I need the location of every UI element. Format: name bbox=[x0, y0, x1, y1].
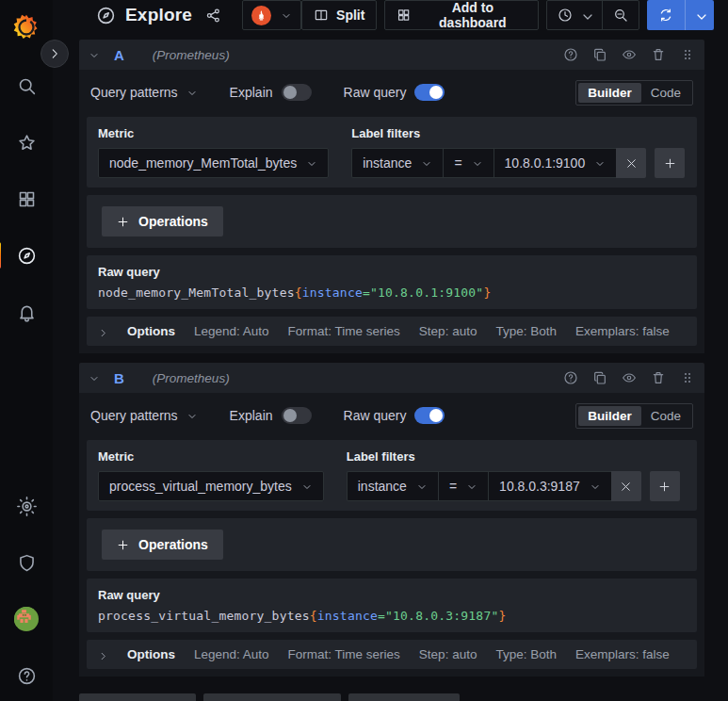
editor-mode-switch: Builder Code bbox=[575, 80, 693, 106]
add-operation-button[interactable]: Operations bbox=[102, 206, 223, 236]
metric-select[interactable]: process_virtual_memory_bytes bbox=[98, 471, 324, 501]
add-operation-button[interactable]: Operations bbox=[102, 530, 223, 560]
raw-equals-token: = bbox=[378, 609, 385, 623]
filter-value-select[interactable]: 10.8.0.1:9100 bbox=[493, 148, 617, 178]
option-exemplars: Exemplars: false bbox=[575, 324, 670, 338]
configuration-gear-icon[interactable] bbox=[8, 490, 45, 522]
operations-label: Operations bbox=[138, 214, 208, 229]
query-history-button[interactable]: Query history bbox=[203, 693, 341, 701]
raw-query-code: node_memory_MemTotal_bytes{instance="10.… bbox=[98, 285, 686, 300]
time-picker-button[interactable] bbox=[547, 1, 602, 29]
server-admin-shield-icon[interactable] bbox=[8, 546, 45, 579]
remove-filter-button[interactable] bbox=[611, 471, 641, 501]
query-b-toolbar: Query patterns Explain Raw query Bu bbox=[87, 399, 697, 432]
disable-query-eye-icon[interactable] bbox=[622, 370, 637, 385]
help-circle-icon[interactable] bbox=[563, 47, 578, 62]
raw-close-brace-token: } bbox=[498, 609, 506, 623]
chevron-down-icon bbox=[466, 481, 477, 492]
metric-value: node_memory_MemTotal_bytes bbox=[109, 155, 297, 171]
filter-value: 10.8.0.1:9100 bbox=[505, 155, 586, 171]
search-icon[interactable] bbox=[8, 70, 45, 102]
label-filters-label: Label filters bbox=[347, 449, 680, 464]
query-patterns-dropdown[interactable]: Query patterns bbox=[90, 408, 198, 423]
raw-value-token: "10.8.0.3:9187" bbox=[385, 609, 498, 623]
chevron-down-icon bbox=[416, 481, 428, 492]
datasource-picker[interactable] bbox=[242, 0, 301, 30]
query-datasource-hint: (Prometheus) bbox=[153, 48, 230, 62]
explain-toggle[interactable] bbox=[282, 84, 312, 101]
run-query-options-button[interactable] bbox=[685, 0, 714, 30]
disable-query-eye-icon[interactable] bbox=[622, 47, 637, 62]
raw-query-title: Raw query bbox=[98, 265, 686, 279]
user-avatar[interactable] bbox=[8, 603, 45, 635]
options-collapsed-row[interactable]: Options Legend: Auto Format: Time series… bbox=[87, 640, 697, 669]
query-ref-id: B bbox=[114, 370, 124, 386]
remove-filter-button[interactable] bbox=[616, 148, 646, 178]
metric-field: Metric node_memory_MemTotal_bytes bbox=[98, 126, 329, 178]
query-b-body: Query patterns Explain Raw query Bu bbox=[79, 393, 704, 677]
option-exemplars: Exemplars: false bbox=[575, 647, 670, 661]
page-title: Explore bbox=[125, 5, 192, 25]
query-b-builder: Metric process_virtual_memory_bytes Labe… bbox=[87, 440, 697, 511]
starred-icon[interactable] bbox=[8, 126, 45, 158]
help-circle-icon[interactable] bbox=[563, 370, 578, 385]
filter-operator-select[interactable]: = bbox=[438, 471, 488, 501]
add-to-dashboard-button[interactable]: Add to dashboard bbox=[384, 0, 539, 30]
options-collapsed-row[interactable]: Options Legend: Auto Format: Time series… bbox=[87, 317, 697, 346]
builder-mode-button[interactable]: Builder bbox=[578, 83, 641, 103]
remove-query-trash-icon[interactable] bbox=[651, 47, 666, 62]
option-type: Type: Both bbox=[495, 647, 557, 661]
zoom-out-time-button[interactable] bbox=[602, 1, 639, 29]
duplicate-query-icon[interactable] bbox=[592, 47, 607, 62]
duplicate-query-icon[interactable] bbox=[592, 370, 607, 385]
add-filter-button[interactable] bbox=[650, 471, 680, 501]
code-mode-button[interactable]: Code bbox=[641, 406, 690, 426]
raw-query-toggle[interactable] bbox=[414, 84, 445, 101]
split-label: Split bbox=[336, 8, 364, 23]
chevron-down-icon bbox=[306, 157, 317, 169]
explore-icon[interactable] bbox=[8, 239, 45, 271]
drag-handle-icon[interactable] bbox=[680, 370, 695, 385]
grafana-logo-icon[interactable] bbox=[12, 13, 40, 41]
raw-query-title: Raw query bbox=[98, 588, 686, 602]
add-query-button[interactable]: Add query bbox=[79, 693, 196, 701]
share-icon[interactable] bbox=[205, 8, 221, 24]
inspector-button[interactable]: Inspector bbox=[348, 693, 460, 701]
explore-footer-actions: Add query Query history Inspector bbox=[79, 693, 704, 701]
remove-query-trash-icon[interactable] bbox=[651, 370, 666, 385]
query-a-body: Query patterns Explain Raw query Bu bbox=[79, 70, 704, 353]
builder-mode-button[interactable]: Builder bbox=[578, 406, 641, 426]
query-row-b: B (Prometheus) Query patterns bbox=[79, 363, 704, 677]
chevron-down-icon bbox=[421, 157, 432, 169]
collapse-chevron-icon[interactable] bbox=[89, 372, 100, 383]
collapse-chevron-icon[interactable] bbox=[89, 49, 100, 60]
alerting-bell-icon[interactable] bbox=[8, 296, 45, 328]
metric-select[interactable]: node_memory_MemTotal_bytes bbox=[98, 148, 329, 178]
query-patterns-dropdown[interactable]: Query patterns bbox=[90, 85, 198, 100]
filter-value-select[interactable]: 10.8.0.3:9187 bbox=[488, 471, 611, 501]
filter-operator-select[interactable]: = bbox=[443, 148, 493, 178]
dashboards-icon[interactable] bbox=[8, 183, 45, 215]
code-mode-button[interactable]: Code bbox=[641, 83, 690, 103]
help-icon[interactable] bbox=[8, 660, 45, 692]
raw-query-toggle[interactable] bbox=[414, 407, 445, 424]
filter-operator-value: = bbox=[449, 479, 457, 494]
sidebar-expand-button[interactable] bbox=[40, 40, 69, 68]
filter-label-select[interactable]: instance bbox=[351, 148, 443, 178]
split-button[interactable]: Split bbox=[301, 0, 377, 30]
raw-query-code: process_virtual_memory_bytes{instance="1… bbox=[98, 609, 686, 623]
metric-value: process_virtual_memory_bytes bbox=[109, 479, 292, 494]
query-b-header[interactable]: B (Prometheus) bbox=[79, 363, 704, 393]
filter-label-select[interactable]: instance bbox=[347, 471, 438, 501]
run-query-button[interactable] bbox=[647, 0, 685, 30]
sidebar-nav-bottom bbox=[8, 490, 45, 692]
operations-block: Operations bbox=[87, 195, 697, 248]
main-area: Explore Split bbox=[53, 0, 728, 701]
editor-mode-switch: Builder Code bbox=[575, 403, 693, 429]
close-icon bbox=[625, 157, 638, 170]
query-a-header[interactable]: A (Prometheus) bbox=[79, 40, 704, 70]
drag-handle-icon[interactable] bbox=[680, 47, 695, 62]
raw-query-block: Raw query process_virtual_memory_bytes{i… bbox=[87, 579, 697, 632]
add-filter-button[interactable] bbox=[655, 148, 685, 178]
explain-toggle[interactable] bbox=[282, 407, 312, 424]
